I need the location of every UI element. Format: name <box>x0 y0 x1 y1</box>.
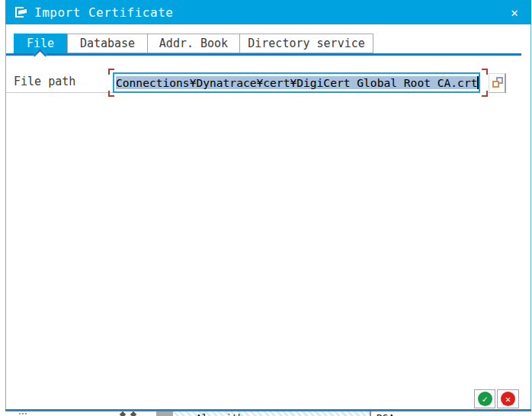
background-gray-cell <box>156 411 173 416</box>
tab-database[interactable]: Database <box>67 34 148 53</box>
label-underline <box>6 92 113 93</box>
browse-button[interactable] <box>489 73 506 93</box>
background-cell-separator <box>370 411 371 416</box>
file-path-label: File path <box>14 75 75 88</box>
background-hatched-cell: Algorithm <box>173 411 370 416</box>
close-icon[interactable]: ✕ <box>507 5 522 20</box>
background-tree-icon <box>130 411 136 416</box>
tab-addr-book[interactable]: Addr. Book <box>147 34 240 53</box>
dialog-titlebar[interactable]: Import Certificate ✕ <box>5 0 531 24</box>
background-dots <box>19 413 21 414</box>
cancel-button[interactable]: ✕ <box>497 389 519 408</box>
text-cursor <box>477 76 479 89</box>
file-path-selected-text: Connections¥Dynatrace¥cert¥DigiCert Glob… <box>116 76 477 89</box>
checkmark-icon: ✓ <box>478 392 492 406</box>
tab-directory-service[interactable]: Directory service <box>239 34 373 53</box>
confirm-button[interactable]: ✓ <box>474 389 495 408</box>
dialog-title: Import Certificate <box>34 5 173 20</box>
file-path-input[interactable]: Connections¥Dynatrace¥cert¥DigiCert Glob… <box>113 72 480 93</box>
tab-database-label: Database <box>80 37 135 50</box>
background-algorithm-label: Algorithm <box>196 412 249 416</box>
dialog-window-icon <box>14 5 30 19</box>
focus-bracket-top-right <box>482 69 488 75</box>
focus-bracket-bottom-right <box>482 91 488 97</box>
background-tree-icon <box>120 411 126 416</box>
background-algorithm-value: RSA <box>377 412 394 416</box>
tab-addr-book-label: Addr. Book <box>159 37 228 50</box>
tab-underline <box>6 53 521 56</box>
screen: Import Certificate ✕ File Database Addr.… <box>0 0 532 416</box>
focus-bracket-bottom-left <box>108 91 114 97</box>
tab-directory-service-label: Directory service <box>248 37 365 50</box>
background-window-strip: Algorithm RSA <box>0 411 532 416</box>
focus-bracket-top-left <box>108 69 114 75</box>
cross-icon: ✕ <box>501 392 515 406</box>
